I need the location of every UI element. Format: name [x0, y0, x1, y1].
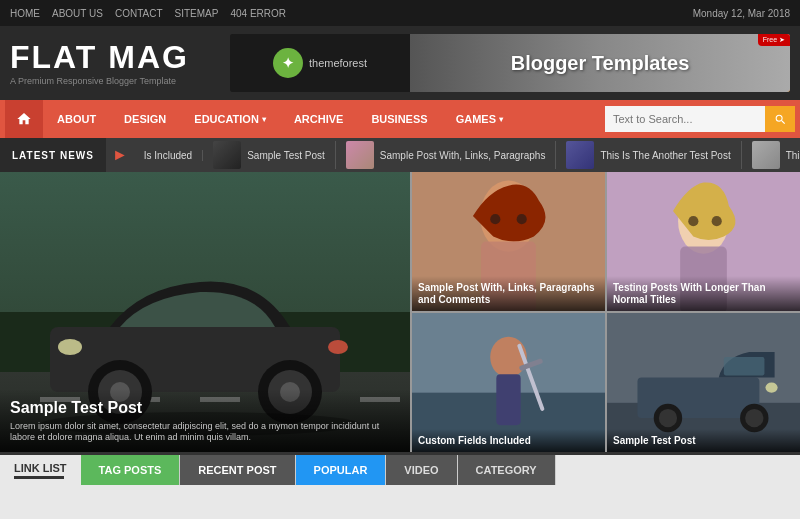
nav-menu: ABOUT DESIGN EDUCATION▾ ARCHIVE BUSINESS… [43, 100, 605, 138]
ticker-label: LATEST NEWS [0, 138, 106, 172]
ticker-item-1[interactable]: Is Included [134, 150, 203, 161]
bottom-tab-bar: LINK LIST TAG POSTS RECENT POST POPULAR … [0, 452, 800, 485]
grid-post-4[interactable]: Sample Test Post [607, 313, 800, 452]
grid-post-1-overlay: Sample Post With, Links, Paragraphs and … [412, 276, 605, 311]
svg-point-16 [328, 340, 348, 354]
nav-education[interactable]: EDUCATION▾ [180, 100, 280, 138]
nav-archive[interactable]: ARCHIVE [280, 100, 358, 138]
grid-post-4-title: Sample Test Post [613, 435, 794, 447]
ticker-thumb-1 [213, 141, 241, 169]
svg-point-21 [490, 214, 500, 224]
banner-text: Blogger Templates [511, 52, 690, 75]
svg-point-39 [659, 409, 677, 427]
site-title: FLAT MAG [10, 41, 230, 73]
featured-post-excerpt: Lorem ipsum dolor sit amet, consectetur … [10, 421, 400, 444]
ticker-item-2[interactable]: Sample Test Post [203, 141, 336, 169]
svg-point-27 [712, 216, 722, 226]
main-navigation: ABOUT DESIGN EDUCATION▾ ARCHIVE BUSINESS… [0, 100, 800, 138]
top-nav-links: HOME ABOUT US CONTACT SITEMAP 404 ERROR [10, 8, 286, 19]
tag-posts-tab[interactable]: TAG POSTS [81, 455, 181, 485]
video-tab[interactable]: VIDEO [386, 455, 457, 485]
main-content: Sample Test Post Lorem ipsum dolor sit a… [0, 172, 800, 452]
post-grid: Sample Post With, Links, Paragraphs and … [412, 172, 800, 452]
site-header: FLAT MAG A Premium Responsive Blogger Te… [0, 26, 800, 100]
ticker-item-3[interactable]: Sample Post With, Links, Paragraphs [336, 141, 557, 169]
pin-badge: Free ➤ [758, 34, 790, 46]
featured-post[interactable]: Sample Test Post Lorem ipsum dolor sit a… [0, 172, 410, 452]
nav-business[interactable]: BUSINESS [357, 100, 441, 138]
category-tab[interactable]: CATEGORY [458, 455, 556, 485]
nav-404[interactable]: 404 ERROR [230, 8, 286, 19]
grid-post-3-title: Custom Fields Included [418, 435, 599, 447]
nav-about[interactable]: ABOUT US [52, 8, 103, 19]
nav-about[interactable]: ABOUT [43, 100, 110, 138]
ticker-items: Is Included Sample Test Post Sample Post… [134, 141, 800, 169]
search-input[interactable] [605, 106, 765, 132]
svg-point-15 [58, 339, 82, 355]
featured-post-overlay: Sample Test Post Lorem ipsum dolor sit a… [0, 389, 410, 452]
link-list-tab[interactable]: LINK LIST [0, 455, 81, 485]
ticker-thumb-3 [566, 141, 594, 169]
ticker-item-5[interactable]: This Is Just Going To Be Another Test Po… [742, 141, 800, 169]
popular-tab[interactable]: POPULAR [296, 455, 387, 485]
ticker-item-4[interactable]: This Is The Another Test Post [556, 141, 741, 169]
search-button[interactable] [765, 106, 795, 132]
grid-post-2[interactable]: Testing Posts With Longer Than Normal Ti… [607, 172, 800, 311]
featured-post-title: Sample Test Post [10, 399, 400, 417]
ticker-arrow-icon: ► [112, 146, 128, 164]
link-list-label: LINK LIST [14, 462, 67, 474]
nav-home[interactable]: HOME [10, 8, 40, 19]
nav-games[interactable]: GAMES▾ [442, 100, 517, 138]
grid-post-3-overlay: Custom Fields Included [412, 429, 605, 452]
ticker-thumb-4 [752, 141, 780, 169]
recent-post-tab[interactable]: RECENT POST [180, 455, 295, 485]
site-tagline: A Premium Responsive Blogger Template [10, 76, 230, 86]
grid-post-2-overlay: Testing Posts With Longer Than Normal Ti… [607, 276, 800, 311]
grid-post-2-title: Testing Posts With Longer Than Normal Ti… [613, 282, 794, 306]
banner-advertisement[interactable]: ✦ themeforest Blogger Templates Free ➤ [230, 34, 790, 92]
link-list-underline [14, 476, 64, 479]
home-button[interactable] [5, 100, 43, 138]
nav-contact[interactable]: CONTACT [115, 8, 163, 19]
banner-right: Blogger Templates [410, 34, 790, 92]
nav-design[interactable]: DESIGN [110, 100, 180, 138]
search-area [605, 106, 795, 132]
grid-post-3[interactable]: Custom Fields Included [412, 313, 605, 452]
news-ticker: LATEST NEWS ► Is Included Sample Test Po… [0, 138, 800, 172]
banner-site-name: themeforest [309, 57, 367, 69]
grid-post-4-overlay: Sample Test Post [607, 429, 800, 452]
svg-rect-37 [724, 357, 765, 375]
svg-point-22 [517, 214, 527, 224]
svg-point-26 [688, 216, 698, 226]
nav-sitemap[interactable]: SITEMAP [175, 8, 219, 19]
current-date: Monday 12, Mar 2018 [693, 8, 790, 19]
ticker-thumb-2 [346, 141, 374, 169]
svg-rect-31 [496, 374, 520, 425]
svg-point-42 [765, 383, 777, 393]
banner-left: ✦ themeforest [230, 34, 410, 92]
svg-point-41 [745, 409, 763, 427]
grid-post-1[interactable]: Sample Post With, Links, Paragraphs and … [412, 172, 605, 311]
grid-post-1-title: Sample Post With, Links, Paragraphs and … [418, 282, 599, 306]
top-nav-bar: HOME ABOUT US CONTACT SITEMAP 404 ERROR … [0, 0, 800, 26]
site-branding: FLAT MAG A Premium Responsive Blogger Te… [10, 41, 230, 86]
themeforest-icon: ✦ [273, 48, 303, 78]
